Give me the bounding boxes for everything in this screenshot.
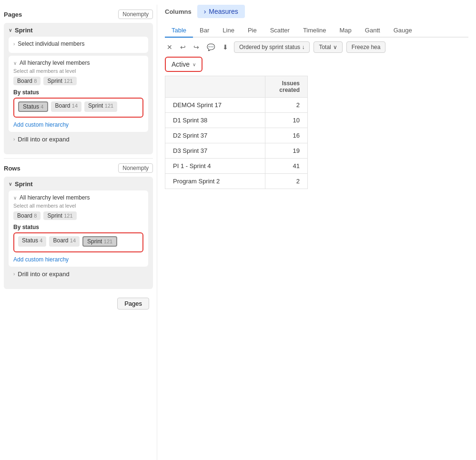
table-cell-value: 19 <box>265 143 308 159</box>
total-button[interactable]: Total ∨ <box>314 41 342 53</box>
rows-nonempty-badge[interactable]: Nonempty <box>118 163 153 173</box>
drill-arrow-columns: › <box>13 137 15 142</box>
by-status-box-rows: Status 4 Board 14 Sprint 121 <box>13 232 143 252</box>
table-row: PI 1 - Sprint 441 <box>165 159 308 174</box>
table-cell-value: 10 <box>265 113 308 128</box>
measures-label: Measures <box>209 8 238 15</box>
pages-footer-button[interactable]: Pages <box>117 298 149 310</box>
drill-section-columns: › Drill into or expand <box>9 132 148 147</box>
all-hierarchy-arrow-rows: ∨ <box>13 195 17 200</box>
close-toolbar-icon[interactable]: ✕ <box>165 42 174 52</box>
table-cell-name: DEMO4 Sprint 17 <box>165 98 265 113</box>
all-hierarchy-section-columns: ∨ All hierarchy level members Select all… <box>9 56 148 132</box>
select-all-label-rows: Select all members at level <box>13 203 143 209</box>
measures-pill[interactable]: › Measures <box>197 5 245 18</box>
add-custom-link-rows[interactable]: Add custom hierarchy <box>13 256 69 263</box>
measures-arrow-icon: › <box>204 8 206 15</box>
tab-map[interactable]: Map <box>333 24 358 38</box>
table-cell-value: 41 <box>265 159 308 174</box>
columns-sprint-group: ∨ Sprint › Select individual members ∨ A… <box>4 23 153 154</box>
select-individual-title[interactable]: › Select individual members <box>13 40 143 47</box>
drill-arrow-rows: › <box>13 271 15 277</box>
active-dropdown-arrow-icon: ∨ <box>192 62 196 67</box>
select-all-label-columns: Select all members at level <box>13 68 143 74</box>
pages-nonempty-badge[interactable]: Nonempty <box>118 10 153 19</box>
all-hierarchy-section-rows: ∨ All hierarchy level members Select all… <box>9 190 148 267</box>
rows-label: Rows <box>4 165 20 172</box>
columns-header-label: Columns <box>165 8 192 15</box>
by-status-label-rows: By status <box>13 224 143 230</box>
sprint-chip-rows[interactable]: Sprint 121 <box>43 211 76 220</box>
chips-row-rows: Board 8 Sprint 121 <box>13 211 143 220</box>
sprint-chip-columns[interactable]: Sprint 121 <box>43 77 76 85</box>
select-individual-arrow: › <box>13 41 15 47</box>
board-chip-columns[interactable]: Board 8 <box>13 77 41 85</box>
tab-pie[interactable]: Pie <box>241 24 263 38</box>
table-row: D1 Sprint 3810 <box>165 113 308 128</box>
redo-icon[interactable]: ↪ <box>192 42 201 52</box>
pages-label: Pages <box>4 11 22 18</box>
table-row: Program Sprint 22 <box>165 174 308 189</box>
table-cell-value: 2 <box>265 98 308 113</box>
order-by-button[interactable]: Ordered by sprint status ↓ <box>234 41 310 53</box>
tab-gantt[interactable]: Gantt <box>358 24 387 38</box>
tab-gauge[interactable]: Gauge <box>387 24 419 38</box>
table-cell-name: D3 Sprint 37 <box>165 143 265 159</box>
tab-bar[interactable]: Bar <box>193 24 216 38</box>
active-label: Active <box>172 60 190 68</box>
left-panel: Pages Nonempty ∨ Sprint › Select individ… <box>0 5 157 460</box>
sprint-status-chip-columns[interactable]: Sprint 121 <box>84 101 117 112</box>
table-cell-value: 16 <box>265 128 308 143</box>
download-icon[interactable]: ⬇ <box>221 42 230 52</box>
drill-section-rows: › Drill into or expand <box>9 267 148 281</box>
rows-sprint-title[interactable]: ∨ Sprint <box>9 180 148 188</box>
drill-title-rows[interactable]: › Drill into or expand <box>13 270 143 278</box>
rows-sprint-group: ∨ Sprint ∨ All hierarchy level members S… <box>4 177 153 289</box>
by-status-label-columns: By status <box>13 89 143 96</box>
status-chips-rows: Status 4 Board 14 Sprint 121 <box>18 236 139 247</box>
rows-section-header: Rows Nonempty <box>4 163 153 173</box>
by-status-box-columns: Status 4 Board 14 Sprint 121 <box>13 98 143 118</box>
freeze-button[interactable]: Freeze hea <box>346 41 386 53</box>
total-arrow-icon: ∨ <box>333 44 337 50</box>
right-panel: Columns › Measures Table Bar Line Pie Sc… <box>157 5 476 460</box>
select-individual-section: › Select individual members <box>9 37 148 53</box>
table-header-name <box>165 76 265 98</box>
columns-row: Columns › Measures <box>165 5 468 18</box>
chips-row-columns: Board 8 Sprint 121 <box>13 77 143 85</box>
status-chip-columns[interactable]: Status 4 <box>18 101 48 112</box>
pages-footer: Pages <box>4 293 153 314</box>
rows-sprint-chevron: ∨ <box>9 181 12 187</box>
board-chip-rows[interactable]: Board 8 <box>13 211 41 220</box>
active-dropdown[interactable]: Active ∨ <box>165 57 203 72</box>
tab-scatter[interactable]: Scatter <box>263 24 296 38</box>
drill-title-columns[interactable]: › Drill into or expand <box>13 136 143 143</box>
pages-section-header: Pages Nonempty <box>4 10 153 19</box>
status-chips-columns: Status 4 Board 14 Sprint 121 <box>18 101 139 112</box>
tab-timeline[interactable]: Timeline <box>296 24 333 38</box>
table-row: DEMO4 Sprint 172 <box>165 98 308 113</box>
board-status-chip-columns[interactable]: Board 14 <box>51 101 81 112</box>
data-table: Issuescreated DEMO4 Sprint 172D1 Sprint … <box>165 76 308 189</box>
sprint-status-chip-rows[interactable]: Sprint 121 <box>82 236 117 247</box>
undo-icon[interactable]: ↩ <box>178 42 188 52</box>
all-hierarchy-title-columns[interactable]: ∨ All hierarchy level members <box>13 60 143 66</box>
table-row: D2 Sprint 3716 <box>165 128 308 143</box>
table-cell-name: Program Sprint 2 <box>165 174 265 189</box>
table-cell-name: PI 1 - Sprint 4 <box>165 159 265 174</box>
board-status-chip-rows[interactable]: Board 14 <box>49 236 80 247</box>
status-chip-rows[interactable]: Status 4 <box>18 236 46 247</box>
all-hierarchy-title-rows[interactable]: ∨ All hierarchy level members <box>13 194 143 201</box>
tab-table[interactable]: Table <box>165 24 193 38</box>
table-cell-name: D2 Sprint 37 <box>165 128 265 143</box>
view-tabs: Table Bar Line Pie Scatter Timeline Map … <box>165 24 468 38</box>
all-hierarchy-arrow-columns: ∨ <box>13 60 17 66</box>
tab-line[interactable]: Line <box>216 24 241 38</box>
columns-sprint-title[interactable]: ∨ Sprint <box>9 27 148 34</box>
comment-icon[interactable]: 💬 <box>205 42 217 52</box>
columns-sprint-chevron: ∨ <box>9 28 12 33</box>
toolbar: ✕ ↩ ↪ 💬 ⬇ Ordered by sprint status ↓ Tot… <box>165 41 468 53</box>
table-cell-value: 2 <box>265 174 308 189</box>
add-custom-link-columns[interactable]: Add custom hierarchy <box>13 121 69 128</box>
table-row: D3 Sprint 3719 <box>165 143 308 159</box>
